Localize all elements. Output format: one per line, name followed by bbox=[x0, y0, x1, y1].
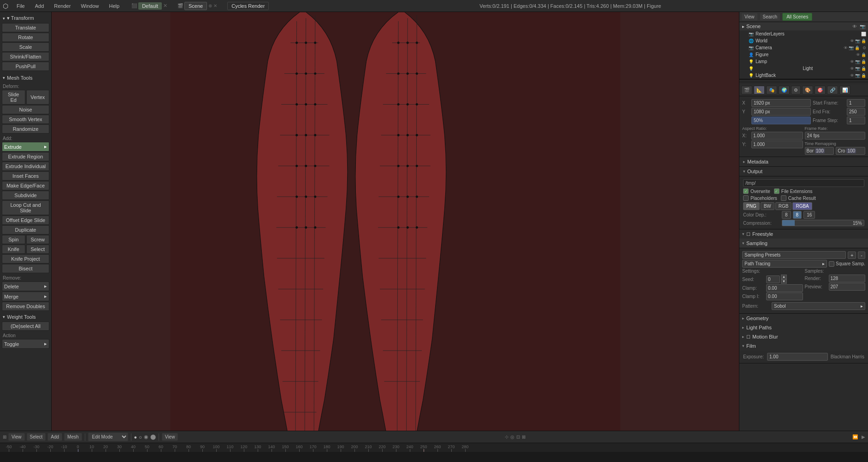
scale-btn[interactable]: Scale bbox=[2, 42, 49, 52]
prop-icon-modifiers[interactable]: ⚙ bbox=[791, 86, 801, 94]
x-res-input[interactable]: 1920 px bbox=[751, 99, 811, 107]
menu-add[interactable]: Add bbox=[33, 2, 46, 10]
menu-window[interactable]: Window bbox=[79, 2, 100, 10]
menu-render[interactable]: Render bbox=[52, 2, 72, 10]
film-section-header[interactable]: ▾ Film bbox=[739, 341, 868, 351]
screw-btn[interactable]: Screw bbox=[26, 235, 50, 244]
aspect-y-input[interactable]: 1.000 bbox=[751, 140, 803, 148]
prop-icon-material[interactable]: 🎨 bbox=[802, 86, 813, 94]
output-section-header[interactable]: ▾ Output bbox=[739, 167, 868, 176]
select-toolbar-btn[interactable]: Select bbox=[27, 433, 46, 441]
extrude-region-btn[interactable]: Extrude Region bbox=[2, 152, 49, 161]
lamp-vis-eye[interactable]: 👁 bbox=[850, 59, 854, 64]
proportional-icon[interactable]: ◎ bbox=[510, 434, 514, 439]
file-path-input[interactable] bbox=[743, 179, 864, 187]
y-res-input[interactable]: 1080 px bbox=[751, 108, 811, 116]
world-vis-lock[interactable]: 🔒 bbox=[861, 39, 866, 43]
scene-item-renderlayers[interactable]: 📷 RenderLayers ⬜ bbox=[739, 30, 868, 37]
solid-mode-btn[interactable]: ◉ bbox=[144, 434, 148, 440]
subdivide-btn[interactable]: Subdivide bbox=[2, 191, 49, 200]
file-ext-checkbox[interactable]: ✓ File Extensions bbox=[774, 188, 813, 194]
seed-input[interactable]: 0 bbox=[766, 275, 780, 283]
noise-btn[interactable]: Noise bbox=[2, 105, 49, 114]
workspace-default[interactable]: Default bbox=[138, 2, 162, 10]
clamp-input[interactable]: 0.00 bbox=[766, 284, 803, 292]
prop-icon-particles[interactable]: 📊 bbox=[839, 86, 850, 94]
frame-step-input[interactable]: 1 bbox=[847, 117, 865, 124]
format-bw-btn[interactable]: BW bbox=[761, 202, 774, 210]
sampling-remove-btn[interactable]: - bbox=[858, 251, 865, 259]
weight-tools-section-header[interactable]: ▾ Weight Tools bbox=[1, 313, 50, 321]
percent-input[interactable]: 50% bbox=[751, 117, 811, 124]
close-scene[interactable]: ✕ bbox=[213, 3, 217, 8]
bisect-btn[interactable]: Bisect bbox=[2, 264, 49, 273]
all-scenes-btn[interactable]: All Scenes bbox=[782, 13, 812, 21]
inset-faces-btn[interactable]: Inset Faces bbox=[2, 171, 49, 181]
sampling-add-btn[interactable]: + bbox=[848, 251, 856, 259]
scene-name[interactable]: Scene bbox=[184, 2, 207, 10]
lightback-vis-eye[interactable]: 👁 bbox=[850, 73, 854, 78]
path-tracing-dropdown[interactable]: Path Tracing ▸ bbox=[742, 260, 827, 268]
lightback-vis-lock[interactable]: 🔒 bbox=[861, 73, 866, 78]
scene-item-figure[interactable]: 👤 Figure 👁 🔒 bbox=[739, 51, 868, 58]
viewport-view-btn[interactable]: View bbox=[162, 433, 178, 441]
offset-edge-slide-btn[interactable]: Offset Edge Slide bbox=[2, 216, 49, 225]
knife-project-btn[interactable]: Knife Project bbox=[2, 254, 49, 263]
camera-vis-eye[interactable]: 👁 bbox=[844, 46, 848, 50]
format-rgb-btn[interactable]: RGB bbox=[775, 202, 792, 210]
sculpt-icon[interactable]: ⊠ bbox=[522, 434, 526, 439]
prop-icon-object[interactable]: 🎭 bbox=[766, 86, 777, 94]
make-edge-face-btn[interactable]: Make Edge/Face bbox=[2, 181, 49, 190]
format-rgba-btn[interactable]: RGBA bbox=[792, 202, 812, 210]
placeholders-checkbox[interactable]: Placeholders bbox=[743, 195, 777, 201]
metadata-section-header[interactable]: ▸ Metadata bbox=[739, 157, 868, 167]
menu-help[interactable]: Help bbox=[107, 2, 122, 10]
rotate-btn[interactable]: Rotate bbox=[2, 33, 49, 42]
time-remap-new[interactable]: Cro 100 bbox=[836, 147, 865, 155]
clamp-i-input[interactable]: 0.00 bbox=[766, 292, 803, 300]
color-depth-16-btn[interactable]: 16 bbox=[803, 211, 815, 219]
frame-rate-input[interactable]: 24 fps bbox=[805, 132, 866, 140]
slide-ed-btn[interactable]: Slide Ed bbox=[2, 90, 25, 105]
timeline-icon[interactable]: ⏪ bbox=[852, 434, 858, 439]
figure-vis-lock[interactable]: 🔒 bbox=[861, 53, 866, 57]
color-depth-8b-btn[interactable]: 8 bbox=[793, 211, 802, 219]
view-btn[interactable]: View bbox=[741, 13, 758, 21]
renderlayers-extra[interactable]: ⬜ bbox=[861, 32, 866, 36]
seed-up-btn[interactable]: ▲ bbox=[781, 275, 787, 279]
add-workspace-btn[interactable]: ✕ bbox=[163, 3, 167, 9]
vertex-btn[interactable]: Vertex bbox=[26, 90, 50, 105]
translate-btn[interactable]: Translate bbox=[2, 23, 49, 32]
seed-down-btn[interactable]: ▼ bbox=[781, 279, 787, 284]
geometry-section-header[interactable]: ▸ Geometry bbox=[739, 314, 868, 323]
world-vis-cam[interactable]: 📷 bbox=[855, 39, 860, 43]
pattern-dropdown[interactable]: Sobol ▸ bbox=[772, 302, 865, 310]
deselect-all-btn[interactable]: (De)select All bbox=[2, 322, 49, 331]
square-samp-checkbox[interactable]: Square Samp. bbox=[829, 261, 865, 267]
scene-vis-1[interactable]: 👁 bbox=[852, 24, 857, 29]
mode-dropdown[interactable]: Edit Mode Object Mode Sculpt Mode bbox=[88, 433, 128, 441]
pushpull-btn[interactable]: PushPull bbox=[2, 62, 49, 71]
motion-blur-section-header[interactable]: ▸ ☐ Motion Blur bbox=[739, 332, 868, 341]
select-btn[interactable]: Select bbox=[26, 245, 50, 254]
loop-cut-slide-btn[interactable]: Loop Cut and Slide bbox=[2, 200, 49, 215]
scene-item-lightback[interactable]: 💡 LightBack 👁 📷 🔒 bbox=[739, 72, 868, 79]
light-paths-section-header[interactable]: ▸ Light Paths bbox=[739, 323, 868, 332]
aspect-x-input[interactable]: 1.000 bbox=[751, 132, 803, 140]
prop-icon-render[interactable]: 📐 bbox=[754, 86, 765, 94]
action-toggle-btn[interactable]: Toggle ▸ bbox=[2, 339, 49, 349]
search-btn[interactable]: Search bbox=[760, 13, 781, 21]
compression-slider[interactable]: 15% bbox=[782, 220, 864, 226]
render-engine[interactable]: Cycles Render bbox=[227, 2, 269, 10]
exposure-input[interactable]: 1.00 bbox=[767, 353, 828, 361]
viewport[interactable] bbox=[52, 12, 739, 431]
snap-icon[interactable]: ⊹ bbox=[505, 434, 508, 439]
extrude-individual-btn[interactable]: Extrude Individual bbox=[2, 162, 49, 171]
camera-vis-lock[interactable]: 🔒 bbox=[855, 46, 860, 50]
delete-btn[interactable]: Delete ▸ bbox=[2, 281, 49, 291]
play-icon[interactable]: ▶ bbox=[862, 434, 865, 439]
sphere-mode-btn[interactable]: ● bbox=[134, 434, 137, 440]
sampling-presets-dropdown[interactable]: Sampling Presets bbox=[742, 251, 846, 259]
time-remap-old[interactable]: Bor 100 bbox=[805, 147, 834, 155]
mesh-toolbar-btn[interactable]: Mesh bbox=[64, 433, 82, 441]
